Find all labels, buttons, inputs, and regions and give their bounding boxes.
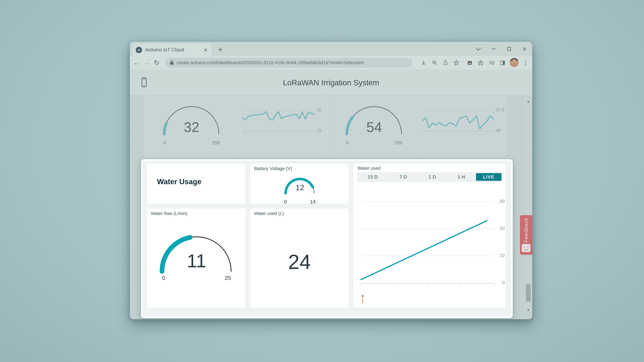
- back-button[interactable]: ←: [132, 58, 141, 67]
- gauge-max-label: 25: [225, 275, 231, 281]
- gauge-range-labels: 0 255: [346, 140, 402, 145]
- zoom-icon[interactable]: [431, 59, 438, 66]
- scroll-up-icon[interactable]: ▲: [524, 99, 532, 103]
- widget-title: Battery Voltage (V): [254, 166, 292, 171]
- widget-gauge-1: 32 0 255: [144, 96, 238, 158]
- extension-colorful-icon[interactable]: [466, 59, 474, 66]
- download-icon[interactable]: [420, 59, 427, 66]
- time-range-selector: 15 D 7 D 1 D 1 H LIVE: [357, 172, 503, 182]
- gauge-max-label: 14: [310, 199, 316, 205]
- dashboard-title: LoRaWAN Irrigation System: [130, 69, 532, 96]
- range-7d[interactable]: 7 D: [389, 174, 418, 180]
- y-axis-label: 48: [496, 128, 501, 133]
- y-axis-label: 10: [496, 253, 505, 258]
- playlist-icon[interactable]: [488, 59, 495, 66]
- tab-title: Arduino IoT Cloud: [145, 47, 203, 53]
- gauge-value: 32: [161, 119, 222, 135]
- y-axis-label: 15: [317, 128, 322, 133]
- line-chart: [422, 110, 494, 131]
- forward-button[interactable]: →: [142, 58, 151, 67]
- window-controls: ×: [475, 42, 528, 56]
- y-axis-label: 0: [496, 280, 505, 285]
- scroll-down-icon[interactable]: ▼: [524, 308, 532, 312]
- gauge-range-labels: 0 255: [163, 140, 220, 145]
- line-chart: [242, 110, 314, 131]
- gauge-min-label: 0: [346, 140, 348, 145]
- x-axis-cursor-cap: [362, 295, 364, 297]
- browser-toolbar: ← → ↻ create.arduino.cc/iot/dashboards/f…: [130, 56, 532, 69]
- water-used-chart-card: Water used 15 D 7 D 1 D 1 H LIVE 30 20 1…: [353, 163, 506, 308]
- gauge: 54 0 255: [344, 103, 404, 147]
- water-usage-title-card: Water Usage: [146, 163, 246, 204]
- gauge-range-labels: 0 14: [284, 199, 316, 205]
- browser-window: ∞ Arduino IoT Cloud × + × ← → ↻ create.a…: [130, 42, 532, 319]
- sidebar-panel-icon[interactable]: [499, 59, 506, 66]
- gauge-min-label: 0: [162, 275, 165, 281]
- gauge-range-labels: 0 25: [162, 275, 231, 281]
- tab-search-chevron-icon[interactable]: [475, 46, 481, 52]
- gauge-max-label: 255: [395, 140, 402, 145]
- page-scrollbar[interactable]: ▲ ▼: [524, 98, 532, 313]
- arduino-favicon-icon: ∞: [136, 47, 142, 53]
- lock-icon: [170, 60, 174, 65]
- widget-title: Water flow (L/min): [151, 211, 188, 216]
- highlighted-panel: Water Usage Battery Voltage (V) 12 0 14 …: [141, 159, 513, 318]
- extensions-puzzle-icon[interactable]: [477, 59, 484, 66]
- feedback-label: Feedback: [520, 218, 532, 243]
- range-1h[interactable]: 1 H: [447, 174, 476, 180]
- widget-chart-1: 35 15: [240, 96, 328, 158]
- water-used-value-card: Water used (L) 24: [250, 208, 349, 308]
- range-1d[interactable]: 1 D: [418, 174, 447, 180]
- battery-voltage-card: Battery Voltage (V) 12 0 14: [250, 163, 349, 204]
- range-live-button[interactable]: LIVE: [476, 173, 502, 181]
- gauge-value: 11: [158, 251, 235, 271]
- widget-title: Water used (L): [254, 211, 284, 216]
- gauge-value: 54: [344, 119, 404, 135]
- tab-close-icon[interactable]: ×: [203, 47, 208, 53]
- y-axis-label: 57.6: [496, 107, 505, 113]
- browser-tab[interactable]: ∞ Arduino IoT Cloud ×: [132, 44, 212, 56]
- y-axis-label: 35: [317, 107, 322, 113]
- maximize-button[interactable]: [506, 46, 512, 52]
- profile-avatar[interactable]: [510, 58, 519, 67]
- minimize-button[interactable]: [491, 46, 497, 52]
- water-used-value: 24: [250, 250, 349, 274]
- share-icon[interactable]: [442, 59, 449, 66]
- water-flow-card: Water flow (L/min) 11 0 25: [146, 208, 246, 308]
- reload-button[interactable]: ↻: [152, 58, 161, 67]
- water-used-line-chart: [361, 201, 494, 283]
- dashboard-header: LoRaWAN Irrigation System: [130, 69, 532, 96]
- address-bar[interactable]: create.arduino.cc/iot/dashboards/f253355…: [165, 58, 412, 67]
- bookmark-star-icon[interactable]: [453, 59, 460, 66]
- water-usage-heading: Water Usage: [157, 177, 202, 186]
- widget-chart-2: 57.6 48: [420, 96, 506, 158]
- y-axis-label: 30: [496, 199, 505, 204]
- close-window-button[interactable]: ×: [522, 46, 528, 52]
- scrollbar-thumb[interactable]: [526, 284, 531, 302]
- gauge: 32 0 255: [161, 103, 222, 147]
- new-tab-button[interactable]: +: [216, 45, 225, 54]
- browser-menu-icon[interactable]: [522, 59, 529, 67]
- y-axis-label: 20: [496, 226, 505, 231]
- smiley-face-icon: [522, 244, 530, 252]
- range-15d[interactable]: 15 D: [357, 174, 389, 180]
- gauge-min-label: 0: [163, 140, 166, 145]
- gauge-value: 12: [283, 183, 317, 192]
- x-axis-cursor-mark: [362, 297, 363, 303]
- tab-strip: ∞ Arduino IoT Cloud × + ×: [130, 42, 532, 56]
- gauge: 11 0 25: [158, 233, 235, 283]
- gauge-min-label: 0: [284, 199, 287, 205]
- feedback-tab[interactable]: Feedback: [520, 215, 532, 255]
- gauge: 12 0 14: [283, 176, 317, 205]
- url-text: create.arduino.cc/iot/dashboards/f253355…: [176, 60, 364, 65]
- widget-title: Water used: [358, 166, 380, 171]
- gauge-max-label: 255: [212, 140, 220, 145]
- widget-gauge-2: 54 0 255: [330, 96, 418, 158]
